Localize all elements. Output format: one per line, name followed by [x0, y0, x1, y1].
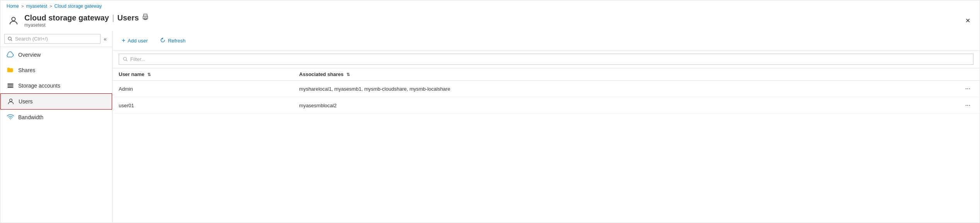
svg-point-14 — [10, 119, 11, 120]
wifi-icon — [7, 113, 14, 121]
svg-point-10 — [12, 84, 13, 84]
sidebar-item-bandwidth[interactable]: Bandwidth — [0, 110, 112, 125]
resource-subtitle: myasetest — [24, 22, 149, 28]
search-row: « — [0, 31, 112, 47]
filter-row — [112, 51, 980, 68]
search-icon — [8, 36, 13, 42]
breadcrumb-myasetest[interactable]: myasetest — [26, 3, 47, 9]
search-input-wrap[interactable] — [4, 34, 101, 44]
svg-line-16 — [126, 60, 127, 61]
table-wrap: User name ⇅ Associated shares ⇅ — [112, 68, 980, 223]
more-actions-button-admin[interactable]: ··· — [962, 84, 973, 93]
col-actions — [956, 68, 980, 81]
svg-point-15 — [123, 57, 126, 60]
breadcrumb-sep-2: > — [49, 4, 52, 8]
svg-rect-3 — [144, 18, 147, 20]
sort-icon-username: ⇅ — [147, 72, 151, 77]
folder-icon — [7, 66, 14, 74]
svg-point-4 — [147, 17, 148, 18]
refresh-button[interactable]: Refresh — [157, 36, 189, 46]
sidebar-item-users-label: Users — [19, 98, 33, 105]
resource-icon — [7, 14, 20, 28]
page-title: Cloud storage gateway | Users — [24, 14, 149, 22]
print-icon[interactable] — [142, 14, 149, 22]
sort-icon-shares: ⇅ — [346, 72, 350, 77]
sidebar-item-storage-label: Storage accounts — [18, 83, 60, 89]
collapse-button[interactable]: « — [102, 34, 108, 44]
cloud-icon — [7, 51, 14, 59]
add-user-button[interactable]: + Add user — [119, 35, 151, 46]
search-input[interactable] — [15, 36, 97, 42]
refresh-label: Refresh — [168, 38, 186, 44]
filter-wrap[interactable] — [119, 54, 973, 65]
main-content: + Add user Refresh — [112, 31, 980, 223]
username-cell: user01 — [112, 97, 293, 114]
breadcrumb-home[interactable]: Home — [7, 3, 19, 9]
filter-search-icon — [123, 57, 128, 62]
sidebar: « Overview Shares — [0, 31, 112, 223]
svg-rect-1 — [144, 14, 147, 16]
sidebar-item-users[interactable]: Users — [0, 93, 112, 110]
svg-point-12 — [12, 87, 13, 88]
actions-cell: ··· — [956, 81, 980, 97]
breadcrumb-cloud-storage-gateway[interactable]: Cloud storage gateway — [55, 3, 102, 9]
sidebar-item-overview-label: Overview — [18, 52, 41, 58]
header-title-group: Cloud storage gateway | Users myasetest — [24, 14, 149, 28]
breadcrumb-sep-1: > — [21, 4, 24, 8]
more-actions-button-user01[interactable]: ··· — [962, 101, 973, 110]
table-header-row: User name ⇅ Associated shares ⇅ — [112, 68, 980, 81]
user-icon — [7, 98, 15, 105]
add-user-label: Add user — [128, 38, 148, 44]
resource-name: Cloud storage gateway — [24, 14, 109, 22]
table-row: Admin mysharelocal1, myasesmb1, mysmb-cl… — [112, 81, 980, 97]
page-name: Users — [118, 14, 139, 22]
storage-icon — [7, 82, 14, 90]
svg-point-13 — [10, 99, 12, 101]
page-header: Cloud storage gateway | Users myasetest … — [0, 12, 980, 31]
svg-point-11 — [12, 85, 13, 86]
col-associated-shares[interactable]: Associated shares ⇅ — [293, 68, 956, 81]
col-username[interactable]: User name ⇅ — [112, 68, 293, 81]
filter-input[interactable] — [130, 56, 969, 62]
sidebar-item-overview[interactable]: Overview — [0, 47, 112, 63]
associated-shares-cell: myasesmblocal2 — [293, 97, 956, 114]
sidebar-item-bandwidth-label: Bandwidth — [18, 114, 43, 120]
svg-rect-2 — [143, 16, 148, 19]
sidebar-item-shares[interactable]: Shares — [0, 63, 112, 78]
title-divider: | — [112, 14, 114, 22]
body-layout: « Overview Shares — [0, 31, 980, 223]
actions-cell: ··· — [956, 97, 980, 114]
add-user-icon: + — [122, 37, 125, 44]
close-button[interactable]: ✕ — [962, 15, 973, 26]
toolbar: + Add user Refresh — [112, 31, 980, 51]
svg-line-6 — [11, 40, 12, 41]
refresh-icon — [160, 37, 165, 44]
breadcrumb: Home > myasetest > Cloud storage gateway — [0, 0, 980, 12]
associated-shares-cell: mysharelocal1, myasesmb1, mysmb-cloudsha… — [293, 81, 956, 97]
username-cell: Admin — [112, 81, 293, 97]
sidebar-item-shares-label: Shares — [18, 67, 35, 73]
sidebar-item-storage-accounts[interactable]: Storage accounts — [0, 78, 112, 93]
users-table: User name ⇅ Associated shares ⇅ — [112, 68, 980, 114]
table-row: user01 myasesmblocal2 ··· — [112, 97, 980, 114]
svg-point-5 — [8, 37, 11, 40]
svg-point-0 — [12, 17, 15, 20]
